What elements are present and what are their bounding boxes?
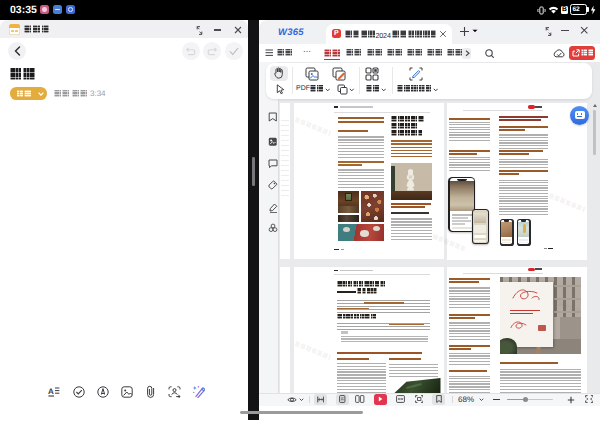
svg-text:A: A <box>48 386 54 395</box>
